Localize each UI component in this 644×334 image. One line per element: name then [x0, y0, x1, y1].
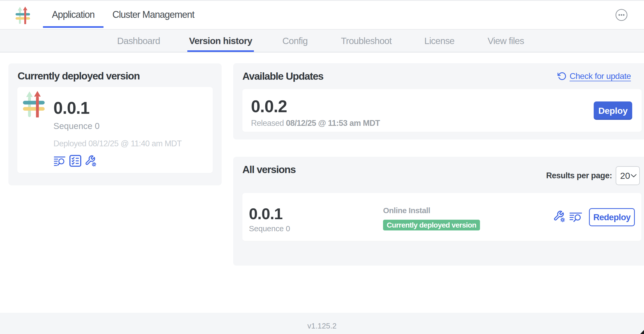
- tab-config[interactable]: Config: [277, 30, 313, 52]
- tab-license[interactable]: License: [419, 30, 460, 52]
- tab-cluster-management-label: Cluster Management: [112, 9, 194, 20]
- results-per-page-label: Results per page:: [546, 171, 612, 180]
- tab-dashboard-label: Dashboard: [117, 36, 160, 46]
- currently-deployed-panel: Currently deployed version 0.0.1 Sequenc…: [8, 63, 222, 185]
- released-date: 08/12/25 @ 11:53 am MDT: [286, 118, 380, 128]
- row-install-type: Online Install: [383, 207, 430, 214]
- app-logo-icon-large: [23, 91, 45, 117]
- deployed-version-number: 0.0.1: [53, 100, 89, 116]
- preflight-checks-icon: [69, 155, 81, 167]
- view-logs-icon: [53, 155, 66, 167]
- tab-version-history[interactable]: Version history: [187, 30, 254, 52]
- update-version-number: 0.0.2: [251, 98, 287, 115]
- header: Application Cluster Management: [0, 0, 644, 30]
- edit-config-button[interactable]: [85, 155, 97, 167]
- available-update-card: 0.0.2 Released 08/12/25 @ 11:53 am MDT D…: [242, 89, 642, 132]
- currently-deployed-badge: Currently deployed version: [383, 220, 480, 230]
- page: Application Cluster Management Dashboard…: [0, 0, 644, 334]
- more-menu-button[interactable]: [615, 9, 628, 21]
- view-logs-button[interactable]: [53, 155, 66, 167]
- ellipsis-icon: [615, 9, 628, 21]
- deploy-button[interactable]: Deploy: [594, 101, 632, 120]
- row-sequence: Sequence 0: [249, 225, 290, 233]
- view-logs-icon: [569, 212, 582, 223]
- tab-view-files-label: View files: [488, 36, 524, 46]
- app-logo-icon: [15, 7, 30, 24]
- tab-dashboard[interactable]: Dashboard: [112, 30, 165, 52]
- tab-license-label: License: [424, 36, 454, 46]
- all-versions-panel: All versions Results per page: 20 0.0.1 …: [233, 157, 644, 266]
- released-label: Released: [251, 118, 284, 128]
- results-per-page-select[interactable]: 20: [616, 166, 640, 185]
- tab-cluster-management[interactable]: Cluster Management: [103, 0, 203, 29]
- all-versions-title: All versions: [242, 164, 296, 175]
- row-edit-config-button[interactable]: [553, 210, 565, 223]
- app-subnav: Dashboard Version history Config Trouble…: [0, 30, 644, 52]
- deployed-version-card: 0.0.1 Sequence 0 Deployed 08/12/25 @ 11:…: [17, 87, 213, 173]
- results-select-wrap: 20: [616, 166, 640, 185]
- config-gear-icon: [85, 155, 97, 167]
- available-updates-panel: Available Updates Check for update 0.0.2…: [233, 63, 644, 139]
- row-view-logs-button[interactable]: [569, 212, 582, 223]
- redeploy-button[interactable]: Redeploy: [589, 208, 635, 226]
- header-tabs: Application Cluster Management: [43, 0, 203, 29]
- preflight-checks-button[interactable]: [69, 155, 81, 167]
- tab-version-history-label: Version history: [189, 36, 252, 46]
- deployed-sequence: Sequence 0: [53, 122, 100, 130]
- row-version-number: 0.0.1: [249, 206, 282, 222]
- tab-troubleshoot-label: Troubleshoot: [341, 36, 391, 46]
- currently-deployed-title: Currently deployed version: [18, 70, 140, 82]
- config-gear-icon: [553, 210, 565, 223]
- results-per-page: Results per page: 20: [546, 166, 640, 185]
- top-hairline: [0, 0, 644, 1]
- tab-config-label: Config: [282, 36, 308, 46]
- footer: v1.125.2: [0, 313, 644, 334]
- refresh-icon: [558, 72, 567, 81]
- available-updates-title: Available Updates: [242, 71, 323, 82]
- check-for-update[interactable]: Check for update: [558, 71, 631, 81]
- version-row: 0.0.1 Sequence 0 Online Install Currentl…: [242, 193, 641, 241]
- mouse-cursor-artifact: [640, 330, 644, 334]
- tab-troubleshoot[interactable]: Troubleshoot: [336, 30, 396, 52]
- tab-view-files[interactable]: View files: [482, 30, 529, 52]
- tab-application[interactable]: Application: [43, 0, 103, 29]
- deployed-actions: [53, 155, 97, 167]
- tab-application-label: Application: [52, 9, 95, 20]
- deployed-date: Deployed 08/12/25 @ 11:40 am MDT: [53, 139, 182, 148]
- console-version: v1.125.2: [307, 322, 336, 334]
- update-released: Released 08/12/25 @ 11:53 am MDT: [251, 119, 380, 127]
- check-for-update-link[interactable]: Check for update: [570, 71, 631, 81]
